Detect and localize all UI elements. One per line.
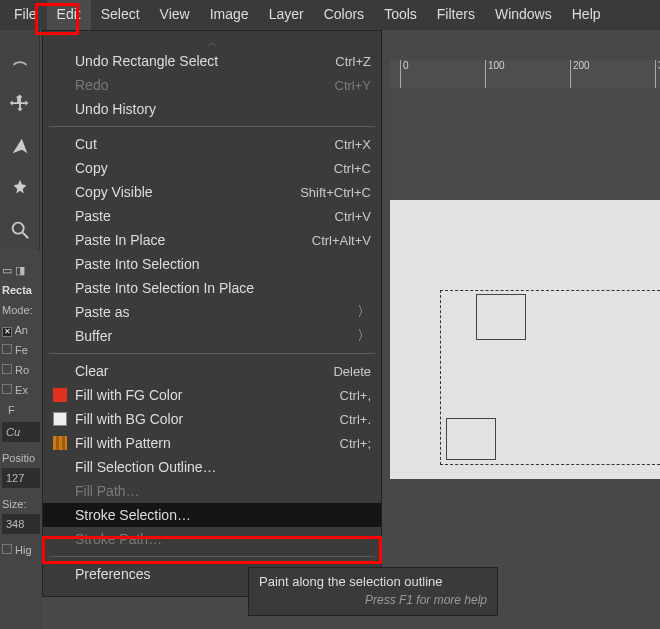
tool-zoom-icon[interactable]	[8, 218, 32, 242]
pattern-swatch-icon	[53, 436, 67, 450]
menu-tear-handle[interactable]: ︿	[43, 37, 381, 49]
menu-separator	[49, 353, 375, 354]
inner-rect-2	[446, 418, 496, 460]
tool-selection-icon[interactable]	[8, 50, 32, 74]
menu-item-undo-history[interactable]: Undo History	[43, 97, 381, 121]
tooloptions-fixed[interactable]: F	[2, 400, 40, 420]
menubar: File Edit Select View Image Layer Colors…	[0, 0, 660, 30]
canvas-upper-bg	[390, 88, 660, 200]
tooloptions-highlight[interactable]: Hig	[2, 540, 40, 560]
ruler-tick: 100	[485, 60, 505, 88]
menu-item-paste-into-selection[interactable]: Paste Into Selection	[43, 252, 381, 276]
menu-item-undo[interactable]: Undo Rectangle SelectCtrl+Z	[43, 49, 381, 73]
menu-view[interactable]: View	[150, 0, 200, 30]
ruler-tick: 300	[655, 60, 660, 88]
chevron-right-icon: 〉	[357, 327, 371, 345]
menu-item-copy[interactable]: CopyCtrl+C	[43, 156, 381, 180]
tooltip: Paint along the selection outline Press …	[248, 567, 498, 616]
menu-item-fill-pattern[interactable]: Fill with PatternCtrl+;	[43, 431, 381, 455]
tool-fuzzyselect-icon[interactable]	[8, 176, 32, 200]
menu-image[interactable]: Image	[200, 0, 259, 30]
svg-line-1	[22, 233, 28, 239]
menu-item-redo[interactable]: RedoCtrl+Y	[43, 73, 381, 97]
tooloptions-position-value[interactable]: 127	[2, 468, 40, 488]
tooloptions-position-label: Positio	[2, 448, 40, 468]
tooloptions-header: ▭ ◨	[2, 260, 40, 280]
tooloptions-feather[interactable]: Fe	[2, 340, 40, 360]
menu-file[interactable]: File	[4, 0, 47, 30]
tooloptions-antialias[interactable]: ✕ An	[2, 320, 40, 340]
tooloptions-rounded[interactable]: Ro	[2, 360, 40, 380]
edit-menu-dropdown: ︿ Undo Rectangle SelectCtrl+Z RedoCtrl+Y…	[42, 30, 382, 597]
menu-item-paste-into-selection-in-place[interactable]: Paste Into Selection In Place	[43, 276, 381, 300]
menu-item-fill-bg[interactable]: Fill with BG ColorCtrl+.	[43, 407, 381, 431]
fg-color-swatch-icon	[53, 388, 67, 402]
menu-select[interactable]: Select	[91, 0, 150, 30]
tooloptions-expand[interactable]: Ex	[2, 380, 40, 400]
tool-options-panel: ▭ ◨ Recta Mode: ✕ An Fe Ro Ex F Cu Posit…	[0, 250, 42, 629]
svg-point-0	[12, 223, 23, 234]
menu-layer[interactable]: Layer	[259, 0, 314, 30]
tooloptions-size-label: Size:	[2, 494, 40, 514]
menu-item-buffer[interactable]: Buffer〉	[43, 324, 381, 348]
menu-help[interactable]: Help	[562, 0, 611, 30]
menu-item-cut[interactable]: CutCtrl+X	[43, 132, 381, 156]
tooloptions-size-value[interactable]: 348	[2, 514, 40, 534]
menu-separator	[49, 556, 375, 557]
menu-item-stroke-path[interactable]: Stroke Path…	[43, 527, 381, 551]
menu-separator	[49, 126, 375, 127]
menu-windows[interactable]: Windows	[485, 0, 562, 30]
menu-colors[interactable]: Colors	[314, 0, 374, 30]
tool-freeselect-icon[interactable]	[8, 134, 32, 158]
menu-filters[interactable]: Filters	[427, 0, 485, 30]
tooloptions-current[interactable]: Cu	[2, 422, 40, 442]
tooloptions-mode-label: Mode:	[2, 300, 40, 320]
chevron-right-icon: 〉	[357, 303, 371, 321]
menu-item-clear[interactable]: ClearDelete	[43, 359, 381, 383]
menu-item-stroke-selection[interactable]: Stroke Selection…	[43, 503, 381, 527]
menu-item-paste-in-place[interactable]: Paste In PlaceCtrl+Alt+V	[43, 228, 381, 252]
menu-item-fill-selection-outline[interactable]: Fill Selection Outline…	[43, 455, 381, 479]
inner-rect-1	[476, 294, 526, 340]
menu-item-copy-visible[interactable]: Copy VisibleShift+Ctrl+C	[43, 180, 381, 204]
menu-item-paste[interactable]: PasteCtrl+V	[43, 204, 381, 228]
tool-move-icon[interactable]	[8, 92, 32, 116]
menu-item-paste-as[interactable]: Paste as〉	[43, 300, 381, 324]
canvas[interactable]	[390, 200, 660, 479]
tooltip-text: Paint along the selection outline	[259, 574, 487, 589]
ruler-tick: 0	[400, 60, 409, 88]
bg-color-swatch-icon	[53, 412, 67, 426]
tooltip-help: Press F1 for more help	[259, 593, 487, 607]
menu-item-fill-fg[interactable]: Fill with FG ColorCtrl+,	[43, 383, 381, 407]
ruler-tick: 200	[570, 60, 590, 88]
menu-item-fill-path[interactable]: Fill Path…	[43, 479, 381, 503]
tooloptions-title: Recta	[2, 280, 40, 300]
ruler-horizontal: 0 100 200 300	[390, 60, 660, 88]
menu-tools[interactable]: Tools	[374, 0, 427, 30]
menu-edit[interactable]: Edit	[47, 0, 91, 30]
